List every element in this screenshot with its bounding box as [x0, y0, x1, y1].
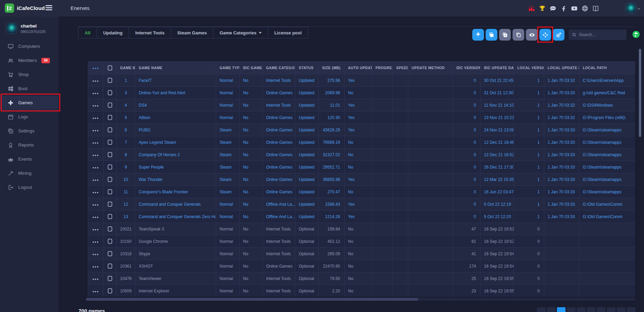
game-settings-button[interactable] [553, 29, 564, 41]
row-actions-icon[interactable]: ●●● [93, 92, 99, 95]
header-auto-update[interactable]: AUTO UPDATE [345, 62, 372, 74]
row-checkbox[interactable] [108, 78, 112, 83]
header-checkbox[interactable] [104, 62, 117, 74]
cell-id[interactable]: 10 [117, 173, 135, 186]
vertical-scrollbar-thumb[interactable] [639, 49, 641, 137]
page-button-5[interactable] [577, 307, 585, 312]
row-checkbox[interactable] [108, 103, 112, 108]
sidebar-user[interactable]: charbel 096119761025 [7, 23, 46, 34]
header-update-method[interactable]: UPDATE METHOD [408, 62, 453, 74]
page-button-4[interactable] [567, 307, 576, 312]
header-game-category[interactable]: GAME CATEGORY [263, 62, 295, 74]
batch-select-button[interactable] [499, 29, 511, 41]
cell-name[interactable]: Google Chrome [135, 235, 216, 248]
row-checkbox[interactable] [108, 251, 112, 256]
tab-license-pool[interactable]: License pool [268, 27, 308, 39]
manual-book-icon[interactable] [592, 4, 600, 12]
cell-name[interactable]: TeamSpeak 3 [135, 223, 216, 235]
header-progress[interactable]: PROGRESS [372, 62, 393, 74]
cell-id[interactable]: 10318 [117, 248, 135, 260]
cell-id[interactable]: 6 [117, 124, 135, 136]
copy-button[interactable] [513, 29, 524, 41]
sidebar-item-logs[interactable]: Logs [0, 110, 59, 124]
row-actions-icon[interactable]: ●●● [93, 67, 99, 70]
cell-name[interactable]: Company Of Heroes 2 [135, 149, 216, 161]
app-logo[interactable]: 2 iCafeCloud [5, 3, 45, 13]
sidebar-item-computers[interactable]: Computers [0, 39, 59, 53]
cell-name[interactable]: Command and Conquer Generals Zero Hour [135, 211, 216, 223]
cell-name[interactable]: Conqueror's Blade Frontier [135, 186, 216, 198]
header-speed[interactable]: SPEED [393, 62, 408, 74]
select-all-checkbox[interactable] [108, 65, 112, 71]
row-checkbox[interactable] [108, 115, 112, 120]
row-checkbox[interactable] [108, 263, 112, 269]
row-actions-icon[interactable]: ●●● [93, 290, 99, 293]
page-button-2[interactable] [547, 307, 556, 312]
row-actions-icon[interactable]: ●●● [93, 203, 99, 206]
user-avatar[interactable] [626, 4, 635, 13]
row-actions-icon[interactable]: ●●● [93, 117, 99, 120]
show-games-button[interactable] [526, 29, 538, 41]
cell-id[interactable]: 7 [117, 136, 135, 149]
row-checkbox[interactable] [108, 202, 112, 207]
sidebar-item-logout[interactable]: Logout [0, 180, 59, 194]
row-actions-icon[interactable]: ●●● [93, 228, 99, 231]
row-actions-icon[interactable]: ●●● [93, 240, 99, 244]
row-checkbox[interactable] [108, 127, 112, 132]
tab-steam-games[interactable]: Steam Games [171, 27, 213, 39]
row-actions-icon[interactable]: ●●● [93, 141, 99, 144]
row-actions-icon[interactable]: ●●● [93, 179, 99, 182]
trophy-icon[interactable] [538, 4, 546, 12]
row-actions-icon[interactable]: ●●● [93, 265, 99, 268]
ranking-icon[interactable] [528, 4, 536, 12]
cell-id[interactable]: 5 [117, 111, 135, 124]
row-actions-icon[interactable]: ●●● [93, 104, 99, 107]
cell-name[interactable]: Apex Legend Steam [135, 136, 216, 149]
menu-toggle-icon[interactable] [45, 5, 52, 11]
header-idc-update-date[interactable]: IDC UPDATE DATE [481, 62, 514, 74]
row-checkbox[interactable] [108, 226, 112, 232]
facebook-icon[interactable] [560, 4, 568, 12]
sidebar-item-settings[interactable]: Settings [0, 124, 59, 138]
row-actions-icon[interactable]: ●●● [93, 191, 99, 194]
tab-updating[interactable]: Updating [97, 27, 129, 39]
row-actions-icon[interactable]: ●●● [93, 129, 99, 132]
row-actions-icon[interactable]: ●●● [93, 216, 99, 219]
cell-id[interactable]: 4 [117, 99, 135, 111]
page-button-8[interactable] [607, 307, 615, 312]
row-actions-icon[interactable]: ●●● [93, 154, 99, 157]
header-local-version[interactable]: LOCAL VERSION [514, 62, 544, 74]
row-checkbox[interactable] [108, 189, 112, 194]
row-checkbox[interactable] [108, 239, 112, 244]
cell-name[interactable]: Albion [135, 111, 216, 124]
header-game-type[interactable]: GAME TYPE [216, 62, 240, 74]
row-checkbox[interactable] [108, 152, 112, 157]
header-status[interactable]: STATUS [295, 62, 319, 74]
page-button-3[interactable] [557, 307, 566, 312]
language-globe-icon[interactable] [632, 30, 640, 39]
sidebar-item-events[interactable]: Events [0, 152, 59, 166]
cell-name[interactable]: Online-Yuri and Red Alert [135, 87, 216, 99]
cell-name[interactable]: TeamViewer [135, 272, 216, 285]
header-game-id[interactable]: GAME ID [117, 62, 135, 74]
search-input[interactable] [579, 32, 623, 37]
cell-id[interactable]: 9 [117, 161, 135, 173]
cell-name[interactable]: Skype [135, 248, 216, 260]
header-local-update-date[interactable]: LOCAL UPDATE DATE [544, 62, 579, 74]
sidebar-item-games[interactable]: Games [0, 96, 59, 110]
discord-icon[interactable] [549, 4, 557, 12]
row-checkbox[interactable] [108, 90, 112, 95]
tab-all[interactable]: All [78, 27, 97, 39]
cell-name[interactable]: Super People [135, 161, 216, 173]
header-local-path[interactable]: LOCAL PATH [579, 62, 635, 74]
sidebar-item-members[interactable]: Members34 [0, 53, 59, 67]
cell-id[interactable]: 3 [117, 87, 135, 99]
cell-name[interactable]: XSHOT [135, 260, 216, 272]
cell-id[interactable]: 10509 [117, 285, 135, 297]
cell-id[interactable]: 10150 [117, 235, 135, 248]
cell-id[interactable]: 12 [117, 198, 135, 211]
sidebar-item-reports[interactable]: Reports [0, 138, 59, 152]
sidebar-item-mining[interactable]: Mining [0, 166, 59, 180]
header-idc-version[interactable]: IDC VERSION [453, 62, 481, 74]
globe-icon[interactable] [581, 4, 589, 12]
